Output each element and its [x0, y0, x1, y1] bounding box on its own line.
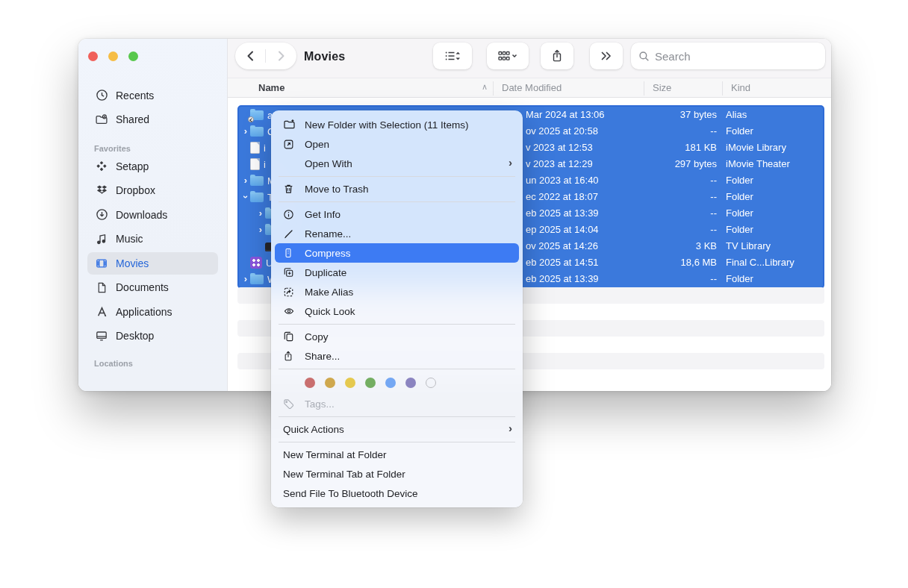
- file-kind: iMovie Theater: [726, 156, 790, 172]
- sidebar: Recents Shared Favorites Setapp Dropbox: [78, 39, 228, 391]
- sidebar-item-documents[interactable]: Documents: [87, 276, 218, 298]
- purple-app-library-icon: [250, 257, 262, 269]
- menu-item-compress[interactable]: Compress: [275, 243, 519, 263]
- tag-icon: [283, 398, 296, 410]
- menu-item-new-terminal-tab-at-folder[interactable]: New Terminal Tab at Folder: [271, 464, 523, 484]
- menu-item-make-alias[interactable]: Make Alias: [271, 282, 523, 301]
- music-note-icon: [94, 232, 109, 245]
- sidebar-item-label: Movies: [116, 257, 149, 269]
- zoom-button[interactable]: [128, 51, 138, 61]
- column-header-date-modified[interactable]: Date Modified: [502, 82, 562, 93]
- sidebar-item-movies[interactable]: Movies: [87, 252, 218, 275]
- file-name: i: [264, 159, 266, 170]
- menu-item-open-with[interactable]: Open With ›: [271, 154, 523, 173]
- sidebar-item-applications[interactable]: Applications: [87, 301, 218, 323]
- column-divider[interactable]: [493, 81, 494, 96]
- menu-item-quick-look[interactable]: Quick Look: [271, 301, 523, 321]
- view-options-button[interactable]: [433, 43, 472, 69]
- file-size: 18,6 MB: [597, 254, 717, 271]
- shared-folder-icon: [94, 113, 109, 126]
- share-button[interactable]: [541, 43, 573, 69]
- download-icon: [94, 208, 109, 222]
- column-divider[interactable]: [722, 81, 723, 96]
- sidebar-item-label: Music: [116, 233, 143, 245]
- menu-divider: [279, 442, 515, 442]
- menu-item-send-file-to-bluetooth[interactable]: Send File To Bluetooth Device: [271, 484, 523, 503]
- disclosure-chevron-icon[interactable]: ›: [241, 271, 250, 287]
- minimize-button[interactable]: [108, 51, 118, 61]
- disclosure-chevron-icon[interactable]: ›: [256, 222, 265, 238]
- column-header-kind[interactable]: Kind: [731, 82, 750, 93]
- traffic-lights: [88, 51, 138, 61]
- file-kind: Folder: [726, 172, 753, 189]
- disclosure-chevron-icon[interactable]: ›: [241, 172, 250, 189]
- sidebar-item-dropbox[interactable]: Dropbox: [87, 179, 218, 201]
- menu-item-new-terminal-at-folder[interactable]: New Terminal at Folder: [271, 445, 523, 464]
- file-size: 3 KB: [597, 238, 717, 254]
- sidebar-item-music[interactable]: Music: [87, 228, 218, 250]
- tag-blue[interactable]: [385, 378, 396, 388]
- menu-item-new-folder-with-selection[interactable]: New Folder with Selection (11 Items): [271, 115, 523, 134]
- file-kind: Alias: [726, 107, 747, 123]
- tag-orange[interactable]: [325, 378, 335, 388]
- search-input[interactable]: [655, 50, 818, 63]
- disclosure-chevron-icon[interactable]: ›: [256, 205, 265, 222]
- menu-item-duplicate[interactable]: Duplicate: [271, 263, 523, 282]
- sidebar-item-label: Setapp: [116, 160, 149, 172]
- tag-yellow[interactable]: [345, 378, 355, 388]
- file-kind: Folder: [726, 123, 753, 140]
- menu-item-rename[interactable]: Rename...: [271, 224, 523, 243]
- menu-item-share[interactable]: Share...: [271, 346, 523, 366]
- sidebar-item-desktop[interactable]: Desktop: [87, 325, 218, 347]
- file-kind: iMovie Library: [726, 140, 786, 156]
- menu-item-get-info[interactable]: Get Info: [271, 204, 523, 224]
- menu-item-tags[interactable]: Tags...: [271, 394, 523, 413]
- column-headers: Name ∧ Date Modified Size Kind: [228, 78, 831, 98]
- file-kind: Final C...Library: [726, 254, 794, 271]
- toolbar: Movies: [228, 39, 831, 78]
- group-by-button[interactable]: [487, 43, 529, 69]
- column-header-size[interactable]: Size: [653, 82, 671, 93]
- more-toolbar-items-button[interactable]: [590, 43, 623, 69]
- menu-item-copy[interactable]: Copy: [271, 327, 523, 346]
- context-menu: New Folder with Selection (11 Items) Ope…: [271, 110, 523, 507]
- tag-red[interactable]: [305, 378, 315, 388]
- file-size: 37 bytes: [597, 107, 717, 123]
- menu-item-open[interactable]: Open: [271, 134, 523, 154]
- sidebar-item-shared[interactable]: Shared: [87, 108, 218, 131]
- document-icon: [94, 281, 109, 294]
- menu-item-move-to-trash[interactable]: Move to Trash: [271, 179, 523, 198]
- nav-buttons: [235, 43, 296, 69]
- trash-icon: [283, 183, 296, 196]
- sort-ascending-icon: ∧: [482, 82, 488, 92]
- dropbox-icon: [94, 184, 109, 197]
- close-button[interactable]: [88, 51, 98, 61]
- file-name: i: [264, 143, 266, 154]
- file-kind: Folder: [726, 222, 753, 238]
- file-kind: TV Library: [726, 238, 771, 254]
- sidebar-item-downloads[interactable]: Downloads: [87, 204, 218, 226]
- column-header-name[interactable]: Name: [258, 82, 284, 93]
- column-divider[interactable]: [644, 81, 644, 96]
- file-size: --: [597, 205, 717, 222]
- sidebar-item-label: Documents: [116, 281, 169, 293]
- sidebar-item-recents[interactable]: Recents: [87, 84, 218, 107]
- folder-alias-icon: [250, 110, 264, 120]
- copy-icon: [283, 331, 296, 343]
- sidebar-item-setapp[interactable]: Setapp: [87, 155, 218, 178]
- file-date: eb 2025 at 13:39: [526, 205, 599, 222]
- menu-divider: [279, 201, 515, 202]
- file-kind: Folder: [726, 189, 753, 205]
- forward-button[interactable]: [266, 43, 296, 69]
- tag-none[interactable]: [426, 378, 436, 388]
- file-size: --: [597, 189, 717, 205]
- make-alias-icon: [283, 286, 296, 298]
- tag-purple[interactable]: [405, 378, 416, 388]
- menu-item-quick-actions[interactable]: Quick Actions ›: [271, 419, 523, 439]
- submenu-chevron-icon: ›: [509, 422, 512, 434]
- back-button[interactable]: [235, 43, 265, 69]
- desktop-icon: [94, 329, 109, 343]
- disclosure-chevron-icon[interactable]: ›: [241, 123, 250, 140]
- search-field: [631, 43, 825, 69]
- tag-green[interactable]: [365, 378, 376, 388]
